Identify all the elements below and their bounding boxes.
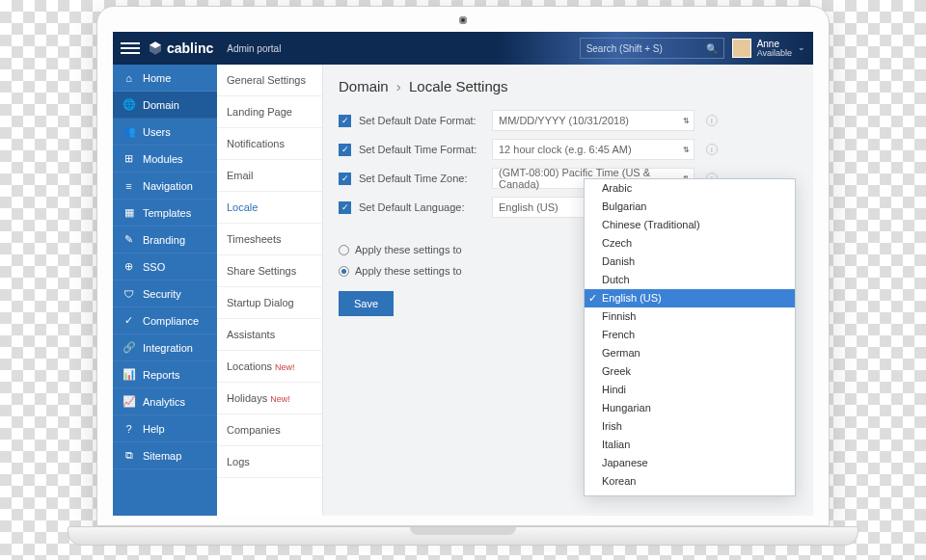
sidebar-item-domain[interactable]: 🌐Domain	[113, 92, 217, 119]
checkbox-icon[interactable]: ✓	[339, 173, 351, 185]
subnav-item-startup-dialog[interactable]: Startup Dialog	[217, 287, 322, 319]
language-dropdown[interactable]: ArabicBulgarianChinese (Traditional)Czec…	[584, 178, 796, 496]
subnav-item-notifications[interactable]: Notifications	[217, 128, 322, 160]
field-date-format: ✓ Set Default Date Format: MM/DD/YYYY (1…	[339, 106, 798, 135]
language-option[interactable]: Japanese	[585, 454, 795, 472]
subnav-item-holidays[interactable]: HolidaysNew!	[217, 383, 322, 414]
language-option[interactable]: Arabic	[585, 179, 795, 198]
checkbox-icon[interactable]: ✓	[339, 201, 351, 214]
label: Set Default Language:	[359, 201, 484, 213]
crumb-sep: ›	[396, 78, 401, 94]
laptop-base	[68, 526, 858, 546]
analytics-icon: 📈	[123, 395, 135, 408]
language-option[interactable]: Hindi	[585, 381, 795, 399]
sidebar-item-label: Sitemap	[143, 450, 181, 462]
label: Set Default Time Format:	[359, 144, 484, 155]
language-option[interactable]: German	[585, 344, 795, 362]
label: Set Default Time Zone:	[359, 173, 484, 184]
user-status: Available	[757, 49, 792, 59]
globe-icon: 🌐	[123, 98, 135, 111]
language-option[interactable]: Hungarian	[585, 399, 795, 417]
subnav-item-locale[interactable]: Locale	[217, 192, 322, 224]
checkbox-icon[interactable]: ✓	[339, 115, 351, 127]
portal-label: Admin portal	[227, 43, 281, 54]
save-button[interactable]: Save	[339, 291, 394, 316]
time-format-select[interactable]: 12 hour clock (e.g. 6:45 AM)⇅	[492, 139, 694, 160]
subnav-item-landing-page[interactable]: Landing Page	[217, 96, 322, 128]
sitemap-icon: ⧉	[123, 449, 135, 462]
sidebar-item-label: Reports	[143, 369, 180, 381]
sidebar-item-integration[interactable]: 🔗Integration	[113, 334, 217, 361]
sidebar-item-help[interactable]: ?Help	[113, 415, 217, 442]
sidebar-item-sitemap[interactable]: ⧉Sitemap	[113, 442, 217, 469]
primary-sidebar: ⌂Home🌐Domain👥Users⊞Modules≡Navigation▦Te…	[113, 65, 217, 516]
sidebar-item-label: Compliance	[143, 315, 199, 327]
sidebar-item-label: Analytics	[143, 396, 185, 408]
sidebar-item-modules[interactable]: ⊞Modules	[113, 146, 217, 173]
subnav-item-companies[interactable]: Companies	[217, 414, 322, 446]
compliance-icon: ✓	[123, 314, 135, 327]
subnav-item-general-settings[interactable]: General Settings	[217, 65, 322, 96]
brand-logo[interactable]: cablinc	[148, 40, 213, 56]
language-option[interactable]: Italian	[585, 436, 795, 454]
date-format-select[interactable]: MM/DD/YYYY (10/31/2018)⇅	[492, 110, 694, 131]
settings-subnav: General SettingsLanding PageNotification…	[217, 65, 323, 516]
language-option[interactable]: English (US)	[585, 289, 795, 307]
brush-icon: ✎	[123, 233, 135, 246]
sidebar-item-label: Help	[143, 423, 165, 435]
language-option[interactable]: Danish	[585, 253, 795, 271]
language-option[interactable]: French	[585, 326, 795, 344]
sidebar-item-label: SSO	[143, 261, 165, 273]
sidebar-item-templates[interactable]: ▦Templates	[113, 200, 217, 227]
subnav-item-timesheets[interactable]: Timesheets	[217, 224, 322, 255]
users-icon: 👥	[123, 125, 135, 138]
radio-icon	[339, 245, 349, 255]
subnav-item-assistants[interactable]: Assistants	[217, 319, 322, 351]
language-option[interactable]: Bulgarian	[585, 198, 795, 216]
new-badge: New!	[275, 362, 295, 372]
plug-icon: 🔗	[123, 341, 135, 354]
field-time-format: ✓ Set Default Time Format: 12 hour clock…	[339, 135, 798, 164]
sidebar-item-security[interactable]: 🛡Security	[113, 280, 217, 307]
language-option[interactable]: Malay	[585, 491, 795, 496]
logo-icon	[148, 40, 163, 56]
language-option[interactable]: Dutch	[585, 271, 795, 289]
sidebar-item-branding[interactable]: ✎Branding	[113, 227, 217, 253]
user-menu[interactable]: Anne Available ⌄	[732, 39, 805, 59]
language-option[interactable]: Greek	[585, 362, 795, 381]
subnav-item-share-settings[interactable]: Share Settings	[217, 255, 322, 287]
caret-icon: ⇅	[683, 117, 690, 125]
sidebar-item-users[interactable]: 👥Users	[113, 119, 217, 146]
search-input[interactable]: Search (Shift + S) 🔍	[580, 38, 724, 59]
new-badge: New!	[270, 394, 290, 404]
camera-icon	[459, 16, 467, 24]
chevron-down-icon: ⌄	[798, 43, 805, 53]
language-option[interactable]: Czech	[585, 234, 795, 253]
language-option[interactable]: Finnish	[585, 307, 795, 326]
subnav-item-email[interactable]: Email	[217, 160, 322, 192]
shield-icon: 🛡	[123, 288, 135, 300]
info-icon[interactable]: i	[706, 115, 718, 126]
sidebar-item-reports[interactable]: 📊Reports	[113, 361, 217, 388]
sidebar-item-compliance[interactable]: ✓Compliance	[113, 307, 217, 334]
sidebar-item-navigation[interactable]: ≡Navigation	[113, 173, 217, 200]
crumb-a: Domain	[339, 78, 389, 94]
sidebar-item-home[interactable]: ⌂Home	[113, 65, 217, 92]
language-option[interactable]: Chinese (Traditional)	[585, 216, 795, 234]
subnav-item-locations[interactable]: LocationsNew!	[217, 351, 322, 383]
sidebar-item-analytics[interactable]: 📈Analytics	[113, 388, 217, 415]
templates-icon: ▦	[123, 206, 135, 219]
chart-icon: 📊	[123, 368, 135, 381]
sidebar-item-sso[interactable]: ⊕SSO	[113, 253, 217, 280]
info-icon[interactable]: i	[706, 144, 718, 155]
menu-icon[interactable]	[121, 39, 140, 58]
topbar: cablinc Admin portal Search (Shift + S) …	[113, 32, 813, 65]
language-option[interactable]: Irish	[585, 417, 795, 436]
language-option[interactable]: Korean	[585, 472, 795, 491]
checkbox-icon[interactable]: ✓	[339, 144, 351, 156]
sidebar-item-label: Branding	[143, 234, 185, 246]
subnav-item-logs[interactable]: Logs	[217, 446, 322, 478]
sso-icon: ⊕	[123, 260, 135, 273]
brand-text: cablinc	[167, 40, 213, 56]
caret-icon: ⇅	[683, 146, 690, 154]
